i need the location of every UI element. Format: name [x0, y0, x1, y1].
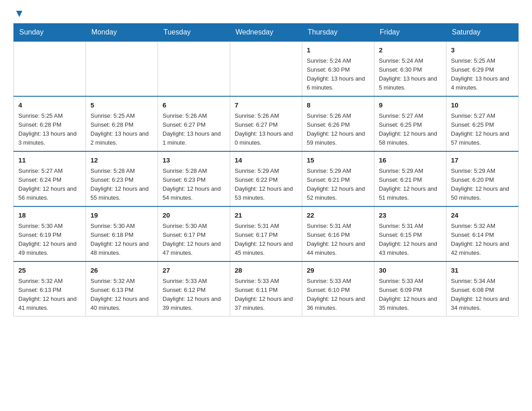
day-info: Sunrise: 5:24 AM Sunset: 6:30 PM Dayligh…: [379, 56, 442, 93]
calendar-cell: 29Sunrise: 5:33 AM Sunset: 6:10 PM Dayli…: [302, 261, 374, 317]
day-info: Sunrise: 5:26 AM Sunset: 6:27 PM Dayligh…: [235, 111, 297, 148]
weekday-header: Wednesday: [230, 24, 302, 42]
weekday-header-row: SundayMondayTuesdayWednesdayThursdayFrid…: [14, 24, 519, 42]
day-info: Sunrise: 5:30 AM Sunset: 6:18 PM Dayligh…: [90, 222, 153, 258]
day-number: 5: [90, 100, 153, 111]
calendar-cell: 16Sunrise: 5:29 AM Sunset: 6:21 PM Dayli…: [374, 151, 446, 206]
day-info: Sunrise: 5:33 AM Sunset: 6:10 PM Dayligh…: [307, 277, 369, 313]
day-info: Sunrise: 5:26 AM Sunset: 6:27 PM Dayligh…: [163, 111, 225, 148]
calendar-cell: 3Sunrise: 5:25 AM Sunset: 6:29 PM Daylig…: [446, 41, 519, 96]
day-info: Sunrise: 5:25 AM Sunset: 6:28 PM Dayligh…: [90, 111, 153, 148]
calendar-cell: 7Sunrise: 5:26 AM Sunset: 6:27 PM Daylig…: [230, 96, 302, 151]
day-number: 8: [307, 100, 369, 111]
day-number: 2: [379, 45, 442, 56]
calendar-cell: 25Sunrise: 5:32 AM Sunset: 6:13 PM Dayli…: [14, 261, 86, 317]
day-number: 23: [379, 210, 442, 221]
day-info: Sunrise: 5:29 AM Sunset: 6:21 PM Dayligh…: [307, 167, 369, 203]
day-info: Sunrise: 5:31 AM Sunset: 6:17 PM Dayligh…: [235, 222, 297, 258]
calendar-cell: [86, 41, 158, 96]
day-info: Sunrise: 5:26 AM Sunset: 6:26 PM Dayligh…: [307, 111, 369, 148]
day-info: Sunrise: 5:29 AM Sunset: 6:21 PM Dayligh…: [379, 167, 442, 203]
calendar-cell: 8Sunrise: 5:26 AM Sunset: 6:26 PM Daylig…: [302, 96, 374, 151]
calendar-cell: 17Sunrise: 5:29 AM Sunset: 6:20 PM Dayli…: [446, 151, 519, 206]
calendar-cell: [230, 41, 302, 96]
weekday-header: Thursday: [302, 24, 374, 42]
calendar-week-row: 11Sunrise: 5:27 AM Sunset: 6:24 PM Dayli…: [14, 151, 519, 206]
day-info: Sunrise: 5:29 AM Sunset: 6:22 PM Dayligh…: [235, 167, 297, 203]
day-info: Sunrise: 5:30 AM Sunset: 6:19 PM Dayligh…: [18, 222, 81, 258]
calendar-cell: 14Sunrise: 5:29 AM Sunset: 6:22 PM Dayli…: [230, 151, 302, 206]
calendar-cell: 30Sunrise: 5:33 AM Sunset: 6:09 PM Dayli…: [374, 261, 446, 317]
day-info: Sunrise: 5:25 AM Sunset: 6:29 PM Dayligh…: [451, 56, 514, 93]
day-info: Sunrise: 5:33 AM Sunset: 6:11 PM Dayligh…: [235, 277, 297, 313]
calendar-cell: 4Sunrise: 5:25 AM Sunset: 6:28 PM Daylig…: [14, 96, 86, 151]
calendar-cell: 24Sunrise: 5:32 AM Sunset: 6:14 PM Dayli…: [446, 206, 519, 261]
day-number: 24: [451, 210, 514, 221]
calendar-cell: 23Sunrise: 5:31 AM Sunset: 6:15 PM Dayli…: [374, 206, 446, 261]
day-number: 27: [163, 265, 225, 276]
calendar-cell: 9Sunrise: 5:27 AM Sunset: 6:25 PM Daylig…: [374, 96, 446, 151]
day-number: 7: [235, 100, 297, 111]
calendar-week-row: 1Sunrise: 5:24 AM Sunset: 6:30 PM Daylig…: [14, 41, 519, 96]
day-number: 19: [90, 210, 153, 221]
day-number: 22: [307, 210, 369, 221]
calendar-cell: 28Sunrise: 5:33 AM Sunset: 6:11 PM Dayli…: [230, 261, 302, 317]
day-info: Sunrise: 5:29 AM Sunset: 6:20 PM Dayligh…: [451, 167, 514, 203]
calendar-cell: 18Sunrise: 5:30 AM Sunset: 6:19 PM Dayli…: [14, 206, 86, 261]
day-number: 3: [451, 45, 514, 56]
day-number: 11: [18, 155, 81, 166]
day-number: 29: [307, 265, 369, 276]
calendar-cell: 15Sunrise: 5:29 AM Sunset: 6:21 PM Dayli…: [302, 151, 374, 206]
calendar-cell: 22Sunrise: 5:31 AM Sunset: 6:16 PM Dayli…: [302, 206, 374, 261]
weekday-header: Saturday: [446, 24, 519, 42]
calendar-cell: 6Sunrise: 5:26 AM Sunset: 6:27 PM Daylig…: [158, 96, 230, 151]
day-number: 17: [451, 155, 514, 166]
calendar-cell: 26Sunrise: 5:32 AM Sunset: 6:13 PM Dayli…: [86, 261, 158, 317]
weekday-header: Sunday: [14, 24, 86, 42]
day-number: 31: [451, 265, 514, 276]
day-number: 21: [235, 210, 297, 221]
day-number: 20: [163, 210, 225, 221]
day-info: Sunrise: 5:30 AM Sunset: 6:17 PM Dayligh…: [163, 222, 225, 258]
day-info: Sunrise: 5:28 AM Sunset: 6:23 PM Dayligh…: [90, 167, 153, 203]
day-number: 12: [90, 155, 153, 166]
calendar-cell: 31Sunrise: 5:34 AM Sunset: 6:08 PM Dayli…: [446, 261, 519, 317]
calendar-cell: 27Sunrise: 5:33 AM Sunset: 6:12 PM Dayli…: [158, 261, 230, 317]
calendar-table: SundayMondayTuesdayWednesdayThursdayFrid…: [13, 23, 519, 317]
calendar-cell: 20Sunrise: 5:30 AM Sunset: 6:17 PM Dayli…: [158, 206, 230, 261]
weekday-header: Tuesday: [158, 24, 230, 42]
day-number: 6: [163, 100, 225, 111]
day-info: Sunrise: 5:27 AM Sunset: 6:25 PM Dayligh…: [379, 111, 442, 148]
weekday-header: Friday: [374, 24, 446, 42]
calendar-cell: 21Sunrise: 5:31 AM Sunset: 6:17 PM Dayli…: [230, 206, 302, 261]
calendar-cell: 11Sunrise: 5:27 AM Sunset: 6:24 PM Dayli…: [14, 151, 86, 206]
calendar-cell: 10Sunrise: 5:27 AM Sunset: 6:25 PM Dayli…: [446, 96, 519, 151]
day-info: Sunrise: 5:32 AM Sunset: 6:13 PM Dayligh…: [90, 277, 153, 313]
day-info: Sunrise: 5:28 AM Sunset: 6:23 PM Dayligh…: [163, 167, 225, 203]
day-number: 25: [18, 265, 81, 276]
day-info: Sunrise: 5:27 AM Sunset: 6:24 PM Dayligh…: [18, 167, 81, 203]
day-number: 26: [90, 265, 153, 276]
day-info: Sunrise: 5:31 AM Sunset: 6:16 PM Dayligh…: [307, 222, 369, 258]
weekday-header: Monday: [86, 24, 158, 42]
calendar-cell: 2Sunrise: 5:24 AM Sunset: 6:30 PM Daylig…: [374, 41, 446, 96]
day-number: 14: [235, 155, 297, 166]
day-info: Sunrise: 5:24 AM Sunset: 6:30 PM Dayligh…: [307, 56, 369, 93]
calendar-cell: 12Sunrise: 5:28 AM Sunset: 6:23 PM Dayli…: [86, 151, 158, 206]
calendar-week-row: 4Sunrise: 5:25 AM Sunset: 6:28 PM Daylig…: [14, 96, 519, 151]
page-header: [13, 9, 519, 16]
day-info: Sunrise: 5:31 AM Sunset: 6:15 PM Dayligh…: [379, 222, 442, 258]
day-number: 15: [307, 155, 369, 166]
calendar-week-row: 25Sunrise: 5:32 AM Sunset: 6:13 PM Dayli…: [14, 261, 519, 317]
calendar-cell: 19Sunrise: 5:30 AM Sunset: 6:18 PM Dayli…: [86, 206, 158, 261]
day-number: 13: [163, 155, 225, 166]
logo: [13, 9, 24, 16]
day-number: 18: [18, 210, 81, 221]
day-number: 10: [451, 100, 514, 111]
day-info: Sunrise: 5:34 AM Sunset: 6:08 PM Dayligh…: [451, 277, 514, 313]
day-info: Sunrise: 5:33 AM Sunset: 6:12 PM Dayligh…: [163, 277, 225, 313]
calendar-cell: [158, 41, 230, 96]
day-number: 28: [235, 265, 297, 276]
day-info: Sunrise: 5:33 AM Sunset: 6:09 PM Dayligh…: [379, 277, 442, 313]
day-number: 9: [379, 100, 442, 111]
